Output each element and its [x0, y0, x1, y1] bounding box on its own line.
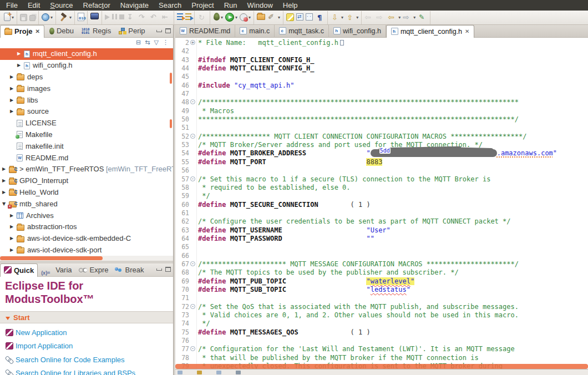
- tree-item-hello-world[interactable]: ▶Hello_World: [0, 187, 173, 199]
- view-tab-break[interactable]: Break: [111, 263, 147, 277]
- link-with-editor-icon[interactable]: ⇆: [145, 38, 150, 47]
- editor-tab-main-c[interactable]: main.c: [235, 25, 275, 38]
- last-edit-icon[interactable]: [418, 13, 427, 22]
- prev-ann-dropdown[interactable]: ▾: [356, 15, 358, 20]
- tree-item-source[interactable]: ▶source: [0, 106, 173, 118]
- chevron-right-icon[interactable]: ▶: [10, 245, 17, 256]
- tree-item-makefile-init[interactable]: makefile.init: [0, 140, 173, 152]
- wand-icon[interactable]: [267, 13, 277, 22]
- menu-window[interactable]: Window: [242, 0, 278, 11]
- start-section-header[interactable]: Start: [0, 311, 173, 323]
- fold-marker-icon[interactable]: +: [189, 39, 196, 47]
- binary-icon[interactable]: [78, 13, 84, 21]
- coverage-icon[interactable]: [240, 13, 247, 21]
- quick-link-import-application[interactable]: Import Application: [0, 339, 173, 353]
- menu-navigate[interactable]: Navigate: [115, 0, 154, 11]
- run-icon[interactable]: [225, 13, 234, 22]
- whitespace-icon[interactable]: [306, 13, 313, 21]
- minimize-icon[interactable]: [156, 268, 162, 271]
- pause-icon[interactable]: [112, 14, 117, 19]
- tree-item-mqtt-client-config-h[interactable]: ▶mqtt_client_config.h: [0, 48, 173, 60]
- menu-file[interactable]: File: [1, 0, 23, 11]
- chevron-right-icon[interactable]: ▶: [17, 48, 24, 59]
- back-dropdown[interactable]: ▾: [398, 15, 401, 20]
- tree-item-deps[interactable]: ▶deps: [0, 72, 173, 83]
- nav-fwd-gray-icon[interactable]: [376, 13, 386, 22]
- tree-vertical-scrollbar[interactable]: [170, 73, 172, 84]
- menu-run[interactable]: Run: [219, 0, 242, 11]
- editor-tab-readme-md[interactable]: README.md: [175, 25, 235, 38]
- fold-marker-icon[interactable]: -: [189, 98, 196, 107]
- collapse-all-icon[interactable]: ⊟: [136, 38, 141, 47]
- tree-item-aws-iot-device-sdk-embedded-c[interactable]: ▶aws-iot-device-sdk-embedded-C: [0, 233, 173, 245]
- chevron-right-icon[interactable]: ▶: [17, 60, 24, 71]
- tree-item-mtb-shared[interactable]: ▼mtb_shared: [0, 198, 173, 210]
- link-editor-icon[interactable]: [296, 13, 303, 21]
- view-tab-varia[interactable]: (x)=Varia: [38, 263, 75, 277]
- debug-icon[interactable]: [214, 13, 220, 21]
- run-dropdown[interactable]: ▾: [235, 15, 237, 20]
- tree-item-makefile[interactable]: Makefile: [0, 129, 173, 141]
- quick-link-search-online-for-code-examples[interactable]: Search Online for Code Examples: [0, 353, 173, 367]
- next-ann-dropdown[interactable]: ▾: [341, 15, 343, 20]
- menu-help[interactable]: Help: [278, 0, 303, 11]
- tree-item-libs[interactable]: ▶libs: [0, 94, 173, 106]
- editor-horizontal-scrollbar[interactable]: [175, 364, 588, 369]
- web-icon[interactable]: [42, 13, 49, 21]
- console-icon[interactable]: [90, 13, 99, 19]
- tree-item-images[interactable]: ▶images: [0, 83, 173, 94]
- wand-dropdown[interactable]: ▾: [278, 15, 280, 20]
- build-icon[interactable]: [59, 13, 68, 22]
- fold-marker-icon[interactable]: -: [189, 260, 196, 268]
- pilcrow-icon[interactable]: [315, 13, 325, 22]
- fwd-icon[interactable]: [403, 13, 412, 22]
- chevron-right-icon[interactable]: ▶: [10, 83, 17, 94]
- marker-icon[interactable]: [286, 13, 294, 21]
- tree-item--emwin-tft-freertos[interactable]: ▶> emWin_TFT_FreeRTOS [emWin_TFT_FreeRT: [0, 164, 173, 175]
- chevron-right-icon[interactable]: ▶: [10, 221, 17, 232]
- refresh-icon[interactable]: [197, 13, 207, 22]
- show-b-icon[interactable]: [185, 13, 191, 20]
- save-all-icon[interactable]: [29, 15, 36, 21]
- close-tab-icon[interactable]: ✕: [465, 26, 469, 38]
- editor-tab-mqtt-client-config-h[interactable]: mqtt_client_config.h✕: [386, 25, 475, 38]
- coverage-dropdown[interactable]: ▾: [249, 15, 251, 20]
- view-tab-perip[interactable]: Perip: [115, 25, 149, 38]
- step-return-icon[interactable]: [150, 13, 159, 22]
- view-menu-icon[interactable]: ⋮: [163, 38, 169, 47]
- debug-dropdown[interactable]: ▾: [221, 15, 223, 20]
- chevron-right-icon[interactable]: ▶: [2, 175, 9, 186]
- tree-item-gpio-interrupt[interactable]: ▶GPIO_Interrupt: [0, 175, 173, 187]
- tree-item-wifi-config-h[interactable]: ▶wifi_config.h: [0, 60, 173, 72]
- quick-link-search-online-for-libraries-and-bsps[interactable]: Search Online for Libraries and BSPs: [0, 367, 173, 375]
- editor-tab-mqtt-task-c[interactable]: mqtt_task.c: [275, 25, 329, 38]
- tree-item-readme-md[interactable]: README.md: [0, 152, 173, 164]
- resume-icon[interactable]: [105, 14, 110, 20]
- chevron-right-icon[interactable]: ▶: [2, 187, 9, 198]
- chevron-right-icon[interactable]: ▶: [10, 106, 17, 117]
- bottom-view-icon[interactable]: [178, 371, 183, 374]
- view-tab-debu[interactable]: Debu: [44, 25, 78, 38]
- view-tab-proje[interactable]: Proje✕: [0, 25, 44, 38]
- step-into-icon[interactable]: [126, 13, 136, 22]
- quick-link-new-application[interactable]: New Application: [0, 326, 173, 339]
- chevron-right-icon[interactable]: ▶: [10, 210, 17, 221]
- menu-search[interactable]: Search: [154, 0, 186, 11]
- bottom-view-icon[interactable]: [197, 371, 202, 374]
- open-folder-icon[interactable]: [257, 14, 265, 20]
- build-dropdown[interactable]: ▾: [69, 15, 72, 20]
- tree-item-aws-iot-device-sdk-port[interactable]: ▶aws-iot-device-sdk-port: [0, 245, 173, 256]
- new-wizard-icon[interactable]: [4, 13, 11, 21]
- drop-frame-icon[interactable]: [161, 13, 171, 22]
- maximize-icon[interactable]: [165, 267, 171, 272]
- menu-project[interactable]: Project: [186, 0, 219, 11]
- view-tab-quick[interactable]: Quick: [0, 263, 38, 277]
- close-tab-icon[interactable]: ✕: [36, 26, 40, 38]
- chevron-right-icon[interactable]: ▶: [2, 164, 9, 175]
- bottom-view-icon[interactable]: [216, 371, 221, 374]
- maximize-icon[interactable]: [165, 28, 171, 33]
- fold-marker-icon[interactable]: -: [189, 303, 196, 311]
- fold-marker-icon[interactable]: -: [189, 175, 196, 184]
- code-editor[interactable]: 2+* File Name: mqtt_client_config.h4243#…: [175, 38, 588, 375]
- save-icon[interactable]: [20, 14, 27, 21]
